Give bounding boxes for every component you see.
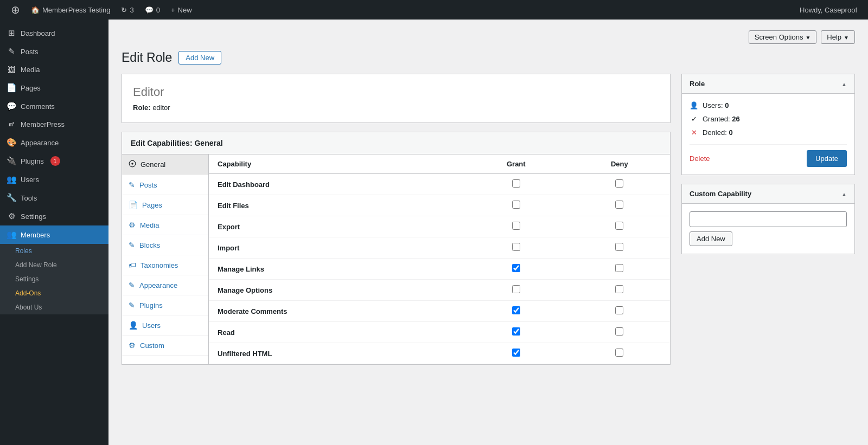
editor-title-input[interactable]: [133, 85, 659, 99]
deny-checkbox[interactable]: [615, 306, 623, 314]
table-row: Unfiltered HTML: [209, 343, 670, 364]
update-button[interactable]: Update: [807, 150, 847, 167]
new-content-item[interactable]: + New: [167, 0, 196, 20]
sidebar-item-appearance[interactable]: 🎨 Appearance: [0, 133, 108, 152]
grant-checkbox[interactable]: [512, 243, 520, 251]
delete-link[interactable]: Delete: [690, 154, 710, 163]
sidebar-item-settings[interactable]: ⚙ Settings: [0, 207, 108, 225]
sidebar-submenu-roles[interactable]: Roles: [0, 244, 108, 258]
grant-checkbox[interactable]: [512, 222, 520, 230]
cap-nav-appearance[interactable]: ✎ Appearance: [122, 275, 208, 295]
custom-nav-icon: ⚙: [129, 341, 136, 350]
sidebar-submenu-settings[interactable]: Settings: [0, 272, 108, 286]
grant-checkbox[interactable]: [512, 201, 520, 209]
grant-checkbox[interactable]: [512, 349, 520, 357]
sidebar-item-memberpress[interactable]: ㎡ MemberPress: [0, 115, 108, 133]
sidebar-item-media[interactable]: 🖼 Media: [0, 61, 108, 79]
cap-nav-custom[interactable]: ⚙ Custom: [122, 336, 208, 356]
deny-cell[interactable]: [569, 216, 670, 237]
screen-options-button[interactable]: Screen Options: [749, 30, 817, 44]
deny-cell[interactable]: [569, 174, 670, 195]
cap-nav-users[interactable]: 👤 Users: [122, 315, 208, 336]
sidebar-submenu-add-new-role[interactable]: Add New Role: [0, 258, 108, 272]
cap-nav-posts[interactable]: ✎ Posts: [122, 175, 208, 195]
grant-cell[interactable]: [463, 322, 569, 343]
howdy-label: Howdy, Caseproof: [795, 6, 861, 14]
cap-nav-plugins[interactable]: ✎ Plugins: [122, 295, 208, 315]
deny-cell[interactable]: [569, 301, 670, 322]
cap-nav-blocks[interactable]: ✎ Blocks: [122, 235, 208, 255]
role-panel-body: 👤 Users: 0 ✓ Granted: 26 ✕ Denied: 0: [682, 94, 854, 175]
sidebar-item-members[interactable]: 👥 Members: [0, 225, 108, 244]
help-button[interactable]: Help: [821, 30, 855, 44]
sidebar-item-plugins[interactable]: 🔌 Plugins 1: [0, 152, 108, 170]
deny-checkbox[interactable]: [615, 222, 623, 230]
grant-checkbox[interactable]: [512, 264, 520, 272]
grant-checkbox[interactable]: [512, 285, 520, 293]
cap-nav-pages[interactable]: 📄 Pages: [122, 195, 208, 215]
sidebar-item-pages[interactable]: 📄 Pages: [0, 79, 108, 97]
sidebar-submenu-about-us[interactable]: About Us: [0, 300, 108, 314]
sidebar-item-label: Settings: [21, 212, 46, 221]
grant-cell[interactable]: [463, 195, 569, 216]
memberpress-icon: ㎡: [7, 120, 16, 129]
deny-cell[interactable]: [569, 195, 670, 216]
deny-cell[interactable]: [569, 237, 670, 259]
grant-checkbox[interactable]: [512, 179, 520, 188]
deny-checkbox[interactable]: [615, 327, 623, 336]
sidebar-submenu-add-ons[interactable]: Add-Ons: [0, 286, 108, 300]
cap-nav-taxonomies[interactable]: 🏷 Taxonomies: [122, 255, 208, 275]
pages-icon: 📄: [7, 83, 16, 93]
deny-checkbox[interactable]: [615, 285, 623, 293]
custom-cap-panel-toggle[interactable]: [841, 190, 847, 198]
role-panel-toggle[interactable]: [841, 80, 847, 88]
capabilities-table: Capability Grant Deny Edit Dashboard: [209, 154, 670, 364]
settings-sub-label: Settings: [15, 275, 39, 283]
add-new-button[interactable]: Add New: [178, 51, 221, 65]
grant-cell[interactable]: [463, 259, 569, 280]
grant-checkbox[interactable]: [512, 306, 520, 314]
deny-checkbox[interactable]: [615, 179, 623, 188]
grant-cell[interactable]: [463, 343, 569, 364]
deny-cell[interactable]: [569, 343, 670, 364]
role-panel: Role 👤 Users: 0 ✓ Granted: 26: [681, 74, 855, 175]
grant-cell[interactable]: [463, 216, 569, 237]
custom-capability-input[interactable]: [690, 211, 847, 227]
grant-cell[interactable]: [463, 280, 569, 301]
col-capability-header: Capability: [209, 154, 463, 174]
site-name-item[interactable]: 🏠 MemberPress Testing: [27, 0, 114, 20]
deny-checkbox[interactable]: [615, 201, 623, 209]
deny-checkbox[interactable]: [615, 264, 623, 272]
deny-checkbox[interactable]: [615, 243, 623, 251]
custom-cap-panel-body: Add New: [682, 204, 854, 254]
sidebar-item-tools[interactable]: 🔧 Tools: [0, 189, 108, 207]
deny-checkbox[interactable]: [615, 349, 623, 357]
deny-cell[interactable]: [569, 280, 670, 301]
grant-cell[interactable]: [463, 301, 569, 322]
sidebar-item-users[interactable]: 👥 Users: [0, 170, 108, 189]
deny-cell[interactable]: [569, 259, 670, 280]
add-new-cap-button[interactable]: Add New: [690, 231, 732, 246]
users-stat-icon: 👤: [690, 101, 698, 109]
roles-label: Roles: [15, 247, 32, 255]
media-nav-icon: ⚙: [129, 221, 136, 229]
sidebar-item-label: MemberPress: [21, 120, 65, 128]
sidebar-item-label: Tools: [21, 194, 37, 202]
cap-nav-media[interactable]: ⚙ Media: [122, 215, 208, 235]
col-grant-header: Grant: [463, 154, 569, 174]
cap-nav-general[interactable]: General: [122, 154, 208, 175]
sidebar-item-dashboard[interactable]: ⊞ Dashboard: [0, 24, 108, 42]
blocks-nav-icon: ✎: [129, 241, 135, 249]
sidebar-item-comments[interactable]: 💬 Comments: [0, 97, 108, 115]
grant-cell[interactable]: [463, 174, 569, 195]
deny-cell[interactable]: [569, 322, 670, 343]
wp-logo-item[interactable]: ⊕: [7, 0, 24, 20]
capability-name: Read: [209, 322, 463, 343]
col-deny-header: Deny: [569, 154, 670, 174]
updates-item[interactable]: ↻ 3: [117, 0, 138, 20]
grant-checkbox[interactable]: [512, 327, 520, 336]
comments-item[interactable]: 💬 0: [141, 0, 164, 20]
grant-cell[interactable]: [463, 237, 569, 259]
sidebar-item-posts[interactable]: ✎ Posts: [0, 42, 108, 61]
sidebar-item-label: Media: [21, 66, 40, 74]
